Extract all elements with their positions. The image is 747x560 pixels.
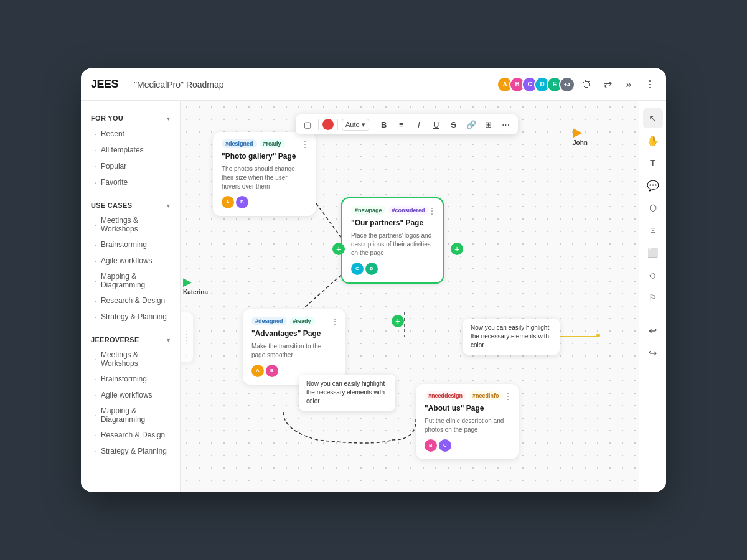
plus-left-partners[interactable]: +	[332, 243, 345, 255]
use-cases-title: USE CASES	[91, 202, 132, 209]
rt-select-icon[interactable]: ↖	[643, 108, 663, 128]
avatar-pg-2: B	[236, 196, 248, 208]
body: FOR YOU ▾ Recent All templates Popular F…	[81, 101, 666, 492]
shuffle-icon[interactable]: ⇄	[601, 78, 614, 91]
card-advantages-menu[interactable]: ⋮	[331, 317, 339, 327]
tooltip-text-2: Now you can easily highlight the necessa…	[306, 380, 385, 404]
floating-toolbar: ▢ Auto ▾ B ≡ I U S 🔗 ⊞ ⋯	[296, 114, 518, 134]
app-window: JEES "MedicalPro" Roadmap A B C D E +4 ⏱…	[81, 68, 666, 492]
rt-diamond-icon[interactable]: ◇	[643, 265, 663, 285]
sidebar-item-research-j[interactable]: Research & Design	[81, 427, 180, 443]
svg-line-0	[316, 203, 341, 238]
header-title: "MedicalPro" Roadmap	[134, 80, 224, 90]
rt-rect-icon[interactable]: ⬜	[643, 243, 663, 263]
canvas[interactable]: ▢ Auto ▾ B ≡ I U S 🔗 ⊞ ⋯ #designed #read	[181, 101, 639, 492]
card-photo-gallery-title: "Photo gallery" Page	[222, 152, 307, 162]
bold-icon[interactable]: B	[377, 118, 391, 131]
strikethrough-icon[interactable]: S	[447, 118, 461, 131]
tag-designed: #designed	[222, 139, 257, 148]
sidebar-item-meetings-j[interactable]: Meetings & Workshops	[81, 347, 180, 371]
card-our-partners-desc: Place the partners' logos and descriptio…	[351, 231, 434, 258]
logo: JEES	[91, 78, 118, 91]
cursor-john: ▶ John	[573, 126, 588, 146]
avatar-group: A B C D E +4	[497, 77, 575, 93]
color-picker[interactable]	[322, 119, 334, 130]
tooltip-bubble-1: Now you can easily highlight the necessa…	[463, 319, 560, 355]
clock-icon[interactable]: ⏱	[580, 78, 593, 91]
tag-ready: #ready	[260, 139, 285, 148]
card-photo-gallery-menu[interactable]: ⋮	[301, 139, 309, 149]
jeeroverse-chevron: ▾	[167, 337, 170, 343]
tooltip-text-1: Now you can easily highlight the necessa…	[471, 324, 549, 348]
card-about-us-avatars: B C	[425, 439, 510, 452]
rt-comment-icon[interactable]: 💬	[643, 175, 663, 195]
font-size-auto[interactable]: Auto ▾	[342, 119, 369, 131]
rt-text-icon[interactable]: T	[643, 153, 663, 173]
sidebar-item-research[interactable]: Research & Design	[81, 292, 180, 309]
rt-hand-icon[interactable]: ✋	[643, 131, 663, 151]
tag-needinfo: #needinfo	[469, 391, 503, 400]
card-our-partners-avatars: C D	[351, 263, 434, 275]
card-about-us-title: "About us" Page	[425, 404, 510, 414]
header-divider	[126, 78, 126, 91]
sidebar-item-mapping-j[interactable]: Mapping & Diagramming	[81, 403, 180, 427]
rt-redo-icon[interactable]: ↪	[643, 343, 663, 363]
sidebar-item-strategy[interactable]: Strategy & Planning	[81, 309, 180, 325]
avatar-au-2: C	[439, 439, 451, 452]
card-our-partners-tags: #newpage #considered	[351, 206, 434, 215]
plus-bottom-partners[interactable]: +	[392, 315, 404, 327]
sidebar-item-favorite[interactable]: Favorite	[81, 174, 180, 190]
underline-icon[interactable]: U	[430, 118, 443, 131]
sidebar-item-all-templates[interactable]: All templates	[81, 142, 180, 158]
rt-undo-icon[interactable]: ↩	[643, 320, 663, 340]
partial-card-left: ⋮	[181, 312, 193, 362]
sidebar-item-recent[interactable]: Recent	[81, 126, 180, 142]
sidebar-item-mapping[interactable]: Mapping & Diagramming	[81, 269, 180, 292]
cursor-katerina: ▶ Katerina	[183, 276, 208, 296]
card-advantages[interactable]: #designed #ready ⋮ "Advantages" Page Mak…	[243, 309, 345, 385]
tooltip-dot-1	[596, 334, 600, 337]
card-about-us-menu[interactable]: ⋮	[504, 391, 512, 401]
forward-icon[interactable]: »	[622, 78, 635, 91]
card-about-us[interactable]: #needdesign #needinfo ⋮ "About us" Page …	[416, 384, 519, 459]
embed-icon[interactable]: ⊞	[482, 118, 496, 131]
sidebar-item-brainstorming-j[interactable]: Brainstorming	[81, 371, 180, 387]
link-icon[interactable]: 🔗	[464, 118, 478, 131]
card-photo-gallery[interactable]: #designed #ready ⋮ "Photo gallery" Page …	[213, 132, 316, 216]
plus-right-partners[interactable]: +	[451, 243, 463, 255]
sidebar-item-meetings[interactable]: Meetings & Workshops	[81, 213, 180, 236]
card-our-partners-title: "Our partners" Page	[351, 218, 434, 228]
avatar-au-1: B	[425, 439, 437, 452]
sidebar-item-strategy-j[interactable]: Strategy & Planning	[81, 443, 180, 459]
align-icon[interactable]: ≡	[395, 118, 408, 131]
sidebar-item-popular[interactable]: Popular	[81, 158, 180, 174]
frame-icon[interactable]: ▢	[301, 118, 314, 131]
rt-select2-icon[interactable]: ⊡	[643, 220, 663, 240]
sidebar-section-jeeroverse[interactable]: JEEROVERSE ▾	[81, 332, 180, 347]
card-our-partners[interactable]: #newpage #considered ⋮ "Our partners" Pa…	[341, 197, 444, 284]
italic-icon[interactable]: I	[412, 118, 426, 131]
rt-divider	[646, 314, 660, 314]
rt-flag-icon[interactable]: ⚐	[643, 287, 663, 307]
use-cases-chevron: ▾	[167, 202, 170, 209]
sidebar-item-agile-j[interactable]: Agile workflows	[81, 387, 180, 403]
sidebar-section-for-you[interactable]: FOR YOU ▾	[81, 111, 180, 126]
avatar-count: +4	[559, 77, 575, 93]
sidebar-item-agile[interactable]: Agile workflows	[81, 253, 180, 269]
more-tb-icon[interactable]: ⋯	[499, 118, 513, 131]
john-cursor-label: John	[573, 139, 588, 146]
sidebar-section-use-cases[interactable]: USE CASES ▾	[81, 198, 180, 213]
card-photo-gallery-tags: #designed #ready	[222, 139, 307, 148]
card-advantages-title: "Advantages" Page	[251, 329, 337, 339]
card-about-us-desc: Put the clinic description and photos on…	[425, 417, 510, 434]
katerina-cursor-arrow: ▶	[183, 276, 208, 287]
avatar-op-1: C	[351, 263, 364, 275]
card-our-partners-menu[interactable]: ⋮	[428, 206, 436, 216]
avatar-op-2: D	[365, 263, 378, 275]
sidebar-item-brainstorming[interactable]: Brainstorming	[81, 236, 180, 253]
rt-shape-icon[interactable]: ⬡	[643, 198, 663, 218]
more-icon[interactable]: ⋮	[644, 78, 656, 91]
tag-designed-adv: #designed	[251, 317, 287, 325]
partial-card-menu: ⋮	[183, 333, 190, 342]
right-toolbar: ↖ ✋ T 💬 ⬡ ⊡ ⬜ ◇ ⚐ ↩ ↪	[639, 101, 666, 492]
